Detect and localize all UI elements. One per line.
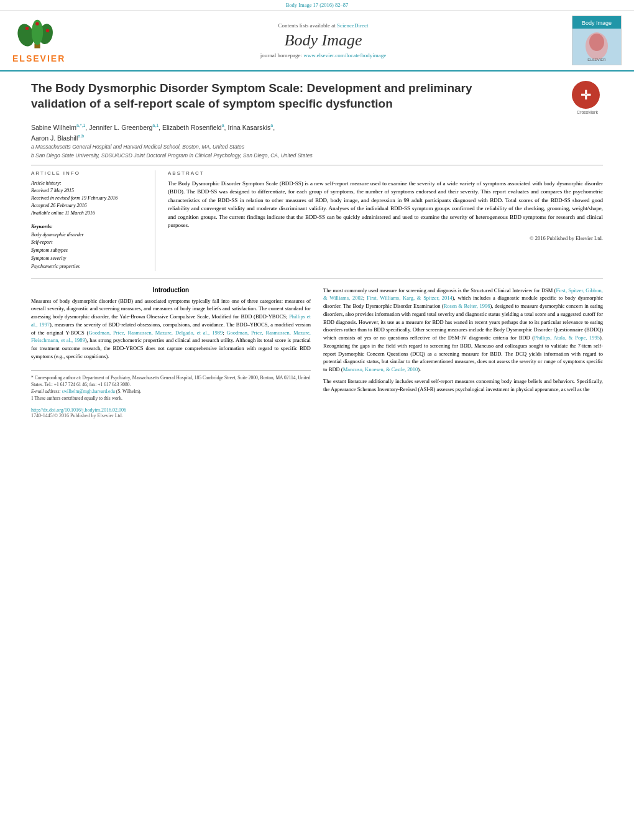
doi-line[interactable]: http://dx.doi.org/10.1016/j.bodyim.2016.… bbox=[31, 407, 311, 413]
svg-point-11 bbox=[589, 34, 604, 51]
citation-text: Body Image 17 (2016) 82–87 bbox=[286, 2, 349, 8]
footnote-email: E-mail address: swilhelm@mgh.harvard.edu… bbox=[31, 388, 311, 395]
keyword-1: Body dysmorphic disorder bbox=[31, 231, 145, 239]
accepted-date: Accepted 26 February 2016 bbox=[31, 202, 145, 210]
svg-point-4 bbox=[25, 26, 29, 30]
svg-point-6 bbox=[35, 22, 39, 25]
divider-2 bbox=[31, 279, 603, 279]
abstract-label: ABSTRACT bbox=[168, 170, 603, 176]
elsevier-wordmark: ELSEVIER bbox=[12, 53, 65, 63]
article-title: The Body Dysmorphic Disorder Symptom Sca… bbox=[31, 81, 528, 111]
keyword-5: Psychometric properties bbox=[31, 263, 145, 271]
two-column-layout: ARTICLE INFO Article history: Received 7… bbox=[31, 170, 603, 271]
elsevier-tree-icon bbox=[12, 18, 62, 52]
journal-cover-image: Body Image ELSEVIER bbox=[572, 16, 622, 65]
intro-para-3: The extant literature additionally inclu… bbox=[323, 377, 603, 394]
affiliations: a Massachusetts General Hospital and Har… bbox=[31, 144, 603, 160]
main-content: The Body Dysmorphic Disorder Symptom Sca… bbox=[0, 72, 634, 431]
journal-cover-section: Body Image ELSEVIER bbox=[559, 16, 622, 65]
page-container: Body Image 17 (2016) 82–87 bbox=[0, 0, 634, 840]
authors-line-2: Aaron J. Blashilla,b bbox=[31, 134, 603, 142]
citation-phillips[interactable]: Phillips et al., 1997 bbox=[31, 313, 311, 328]
email-link[interactable]: swilhelm@mgh.harvard.edu bbox=[62, 389, 115, 394]
crossmark-badge: ✛ CrossMark bbox=[572, 81, 603, 112]
article-info-column: ARTICLE INFO Article history: Received 7… bbox=[31, 170, 155, 271]
divider-1 bbox=[31, 165, 603, 165]
citation-rosen[interactable]: Rosen & Reiter, 1996 bbox=[444, 303, 490, 309]
crossmark-icon: ✛ bbox=[572, 81, 600, 109]
abstract-column: ABSTRACT The Body Dysmorphic Disorder Sy… bbox=[168, 170, 603, 271]
abstract-text: The Body Dysmorphic Disorder Symptom Sca… bbox=[168, 180, 603, 230]
affiliation-b: b San Diego State University, SDSU/UCSD … bbox=[31, 152, 603, 160]
keyword-4: Symptom severity bbox=[31, 255, 145, 263]
body-content: Introduction Measures of body dysmorphic… bbox=[31, 287, 603, 418]
citation-first-2014[interactable]: First, Williams, Karg, & Spitzer, 2014 bbox=[367, 295, 453, 301]
footnote-corresponding: * Corresponding author at: Department of… bbox=[31, 374, 311, 389]
svg-text:Body Image: Body Image bbox=[582, 20, 612, 26]
citation-mancuso[interactable]: Mancuso, Knoesen, & Castle, 2010 bbox=[343, 366, 418, 372]
journal-header: ELSEVIER Contents lists available at Sci… bbox=[0, 11, 634, 72]
elsevier-logo: ELSEVIER bbox=[12, 18, 87, 63]
homepage-url[interactable]: www.elsevier.com/locate/bodyimage bbox=[303, 52, 386, 58]
authors-line: Sabine Wilhelma,*,1, Jennifer L. Greenbe… bbox=[31, 123, 603, 131]
homepage-label: journal homepage: bbox=[260, 52, 302, 58]
sciencedirect-link[interactable]: ScienceDirect bbox=[337, 22, 368, 29]
keyword-2: Self-report bbox=[31, 239, 145, 247]
body-left-column: Introduction Measures of body dysmorphic… bbox=[31, 287, 311, 418]
introduction-heading: Introduction bbox=[31, 287, 311, 293]
footnotes-section: * Corresponding author at: Department of… bbox=[31, 370, 311, 402]
body-right-column: The most commonly used measure for scree… bbox=[323, 287, 603, 418]
history-label: Article history: bbox=[31, 180, 145, 187]
article-info-label: ARTICLE INFO bbox=[31, 170, 145, 176]
contents-label: Contents lists available at bbox=[278, 22, 336, 29]
intro-para-2: The most commonly used measure for scree… bbox=[323, 287, 603, 374]
received-date: Received 7 May 2015 bbox=[31, 187, 145, 195]
homepage-line: journal homepage: www.elsevier.com/locat… bbox=[87, 52, 559, 58]
top-citation-bar: Body Image 17 (2016) 82–87 bbox=[0, 0, 634, 11]
keywords-section: Keywords: Body dysmorphic disorder Self-… bbox=[31, 223, 145, 271]
crossmark-label: CrossMark bbox=[572, 110, 603, 114]
svg-text:ELSEVIER: ELSEVIER bbox=[587, 58, 606, 62]
citation-first-2002[interactable]: First, Spitzer, Gibbon, & Williams, 2002 bbox=[323, 287, 603, 302]
contents-line: Contents lists available at ScienceDirec… bbox=[87, 22, 559, 29]
article-title-section: The Body Dysmorphic Disorder Symptom Sca… bbox=[31, 81, 603, 117]
citation-phillips-atala[interactable]: Phillips, Atala, & Pope, 1995 bbox=[534, 335, 600, 341]
affiliation-a: a Massachusetts General Hospital and Har… bbox=[31, 144, 603, 151]
intro-para-1: Measures of body dysmorphic disorder (BD… bbox=[31, 297, 311, 361]
keyword-3: Symptom subtypes bbox=[31, 247, 145, 255]
footnote-equal: 1 These authors contributed equally to t… bbox=[31, 395, 311, 402]
citation-goodman-1[interactable]: Goodman, Price, Rasmussen, Mazure, Delga… bbox=[88, 330, 223, 336]
article-history: Article history: Received 7 May 2015 Rec… bbox=[31, 180, 145, 217]
keywords-label: Keywords: bbox=[31, 223, 145, 231]
elsevier-logo-section: ELSEVIER bbox=[12, 18, 87, 63]
journal-header-center: Contents lists available at ScienceDirec… bbox=[87, 22, 559, 58]
received-revised-date: Received in revised form 19 February 201… bbox=[31, 195, 145, 202]
journal-title: Body Image bbox=[87, 31, 559, 50]
available-date: Available online 11 March 2016 bbox=[31, 210, 145, 217]
cover-svg: Body Image ELSEVIER bbox=[572, 16, 621, 65]
svg-point-5 bbox=[46, 29, 50, 32]
issn-line: 1740-1445/© 2016 Published by Elsevier L… bbox=[31, 413, 311, 418]
copyright-line: © 2016 Published by Elsevier Ltd. bbox=[168, 235, 603, 241]
